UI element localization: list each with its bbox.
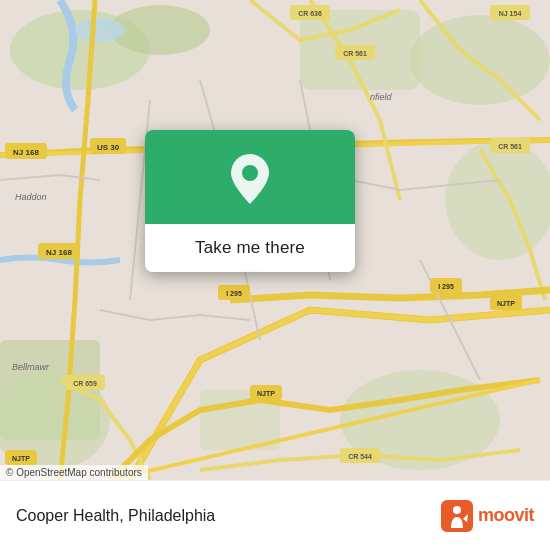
- svg-text:CR 659: CR 659: [73, 380, 97, 387]
- place-name: Cooper Health, Philadelphia: [16, 507, 215, 525]
- map-attribution: © OpenStreetMap contributors: [0, 465, 148, 480]
- svg-text:NJ 168: NJ 168: [46, 248, 72, 257]
- svg-text:Haddon: Haddon: [15, 192, 47, 202]
- location-pin-icon: [228, 152, 272, 206]
- popup-top: [145, 130, 355, 224]
- moovit-logo: moovit: [441, 500, 534, 532]
- svg-text:NJ 168: NJ 168: [13, 148, 39, 157]
- svg-text:CR 561: CR 561: [343, 50, 367, 57]
- bottom-bar: Cooper Health, Philadelphia moovit: [0, 480, 550, 550]
- moovit-text: moovit: [478, 505, 534, 526]
- map-container: NJ 168 NJ 168 US 30 CR 636 CR 561 CR 561…: [0, 0, 550, 480]
- moovit-brand-icon: [441, 500, 473, 532]
- svg-text:NJTP: NJTP: [12, 455, 30, 462]
- svg-text:I 295: I 295: [438, 283, 454, 290]
- svg-text:nfield: nfield: [370, 92, 393, 102]
- svg-text:US 30: US 30: [97, 143, 120, 152]
- svg-point-4: [410, 15, 550, 105]
- svg-text:CR 636: CR 636: [298, 10, 322, 17]
- svg-text:CR 561: CR 561: [498, 143, 522, 150]
- svg-point-5: [445, 140, 550, 260]
- svg-text:Bellmawr: Bellmawr: [12, 362, 50, 372]
- svg-text:NJ 154: NJ 154: [499, 10, 522, 17]
- popup-card: Take me there: [145, 130, 355, 272]
- svg-text:I 295: I 295: [226, 290, 242, 297]
- svg-point-44: [453, 506, 461, 514]
- svg-text:NJTP: NJTP: [257, 390, 275, 397]
- svg-point-10: [75, 18, 125, 42]
- svg-text:CR 544: CR 544: [348, 453, 372, 460]
- svg-text:NJTP: NJTP: [497, 300, 515, 307]
- take-me-there-button[interactable]: Take me there: [145, 224, 355, 272]
- app: NJ 168 NJ 168 US 30 CR 636 CR 561 CR 561…: [0, 0, 550, 550]
- svg-point-42: [242, 165, 258, 181]
